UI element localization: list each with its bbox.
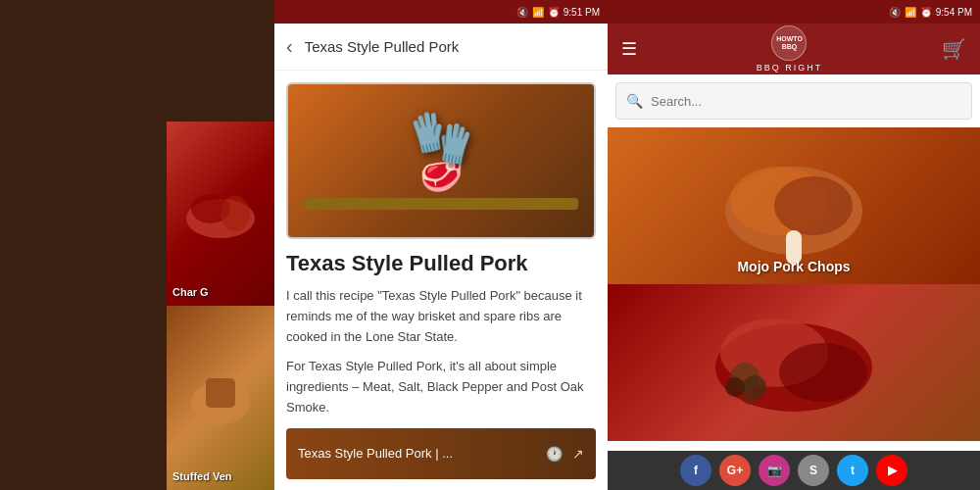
mute-icon-right: 🔇 — [889, 7, 901, 18]
time-right: 9:54 PM — [936, 7, 972, 18]
food-label-stuffed: Stuffed Ven — [172, 470, 232, 482]
recipe-header-title: Texas Style Pulled Pork — [305, 38, 460, 55]
facebook-button-right[interactable]: f — [680, 455, 711, 486]
recipe-description-1: I call this recipe "Texas Style Pulled P… — [286, 286, 596, 347]
panel-right: 🔇 📶 ⏰ 9:54 PM ☰ HOWTOBBQ BBQ RIGHT 🛒 🔍 — [608, 0, 980, 490]
recipe-hero-image: 🧤 🥩 — [286, 82, 596, 239]
unknown-button-right[interactable]: S — [798, 455, 829, 486]
food-image-stuffed[interactable]: Stuffed Ven — [167, 306, 274, 490]
cart-icon[interactable]: 🛒 — [942, 37, 966, 61]
recipe-content: 🧤 🥩 Texas Style Pulled Pork I call this … — [274, 71, 608, 490]
instagram-button-right[interactable]: 📷 — [759, 455, 790, 486]
food-label-char: Char G — [172, 286, 209, 298]
svg-rect-4 — [206, 378, 235, 408]
time-middle: 9:51 PM — [564, 7, 600, 18]
logo-right-text: BBQ RIGHT — [757, 63, 823, 73]
filter-icon[interactable]: ☰ — [621, 38, 637, 60]
svg-point-2 — [220, 196, 250, 231]
logo-howto: HOWTOBBQ — [776, 35, 803, 52]
steak-image — [608, 284, 980, 441]
food-image-char[interactable]: Char G — [167, 122, 274, 306]
youtube-button-right[interactable]: ▶ — [876, 455, 907, 486]
status-icons-right: 🔇 📶 ⏰ 9:54 PM — [889, 7, 972, 18]
clock-icon: 🕐 — [546, 446, 563, 462]
search-icon-right: 🔍 — [626, 93, 643, 109]
share-icon[interactable]: ↗ — [572, 446, 584, 462]
svg-point-8 — [774, 176, 853, 235]
recipe-grid-right: Mojo Pork Chops — [608, 127, 980, 451]
header-right: ☰ HOWTOBBQ BBQ RIGHT 🛒 — [608, 24, 980, 74]
video-label: Texas Style Pulled Pork | ... — [298, 446, 536, 461]
cutting-board — [304, 198, 579, 210]
logo-circle: HOWTOBBQ — [771, 25, 807, 61]
back-button[interactable]: ‹ — [286, 35, 293, 58]
status-icons-middle: 🔇 📶 ⏰ 9:51 PM — [516, 7, 600, 18]
wifi-icon-right: 📶 — [905, 7, 916, 18]
search-input-right[interactable] — [651, 94, 961, 109]
pork-chops-label: Mojo Pork Chops — [737, 259, 850, 274]
video-thumbnail[interactable]: Texas Style Pulled Pork | ... 🕐 ↗ — [286, 428, 596, 479]
status-bar-middle: 🔇 📶 ⏰ 9:51 PM — [274, 0, 608, 24]
twitter-button-right[interactable]: t — [837, 455, 868, 486]
pulled-pork-visual: 🧤 🥩 — [288, 84, 594, 237]
panel-middle: 🔇 📶 ⏰ 9:51 PM ‹ Texas Style Pulled Pork … — [274, 0, 608, 490]
grid-item-pork-chops[interactable]: Mojo Pork Chops — [608, 127, 980, 284]
search-bar-right[interactable]: 🔍 — [615, 82, 972, 120]
recipe-description-2: For Texas Style Pulled Pork, it's all ab… — [286, 357, 596, 417]
app-logo: HOWTOBBQ BBQ RIGHT — [757, 25, 823, 73]
hands-emoji: 🧤 — [410, 112, 473, 163]
alarm-icon-right: ⏰ — [920, 7, 932, 18]
mute-icon-mid: 🔇 — [516, 7, 528, 18]
svg-point-12 — [779, 343, 867, 402]
svg-point-15 — [725, 377, 745, 397]
wifi-icon-mid: 📶 — [532, 7, 544, 18]
social-bar-right: f G+ 📷 S t ▶ — [608, 451, 980, 490]
svg-point-16 — [742, 389, 758, 405]
grid-item-steak[interactable] — [608, 284, 980, 441]
header-middle: ‹ Texas Style Pulled Pork — [274, 24, 608, 71]
gplus-button-right[interactable]: G+ — [719, 455, 751, 486]
status-bar-right: 🔇 📶 ⏰ 9:54 PM — [608, 0, 980, 24]
recipe-images-left: Char G Stuffed Ven — [167, 122, 274, 490]
alarm-icon-mid: ⏰ — [548, 7, 560, 18]
recipe-title: Texas Style Pulled Pork — [286, 251, 596, 276]
panel-left: 🔇 📶 ⏰ 9:52 PM BBQ 🔍 PODCAST RECIPES (All… — [0, 0, 274, 490]
